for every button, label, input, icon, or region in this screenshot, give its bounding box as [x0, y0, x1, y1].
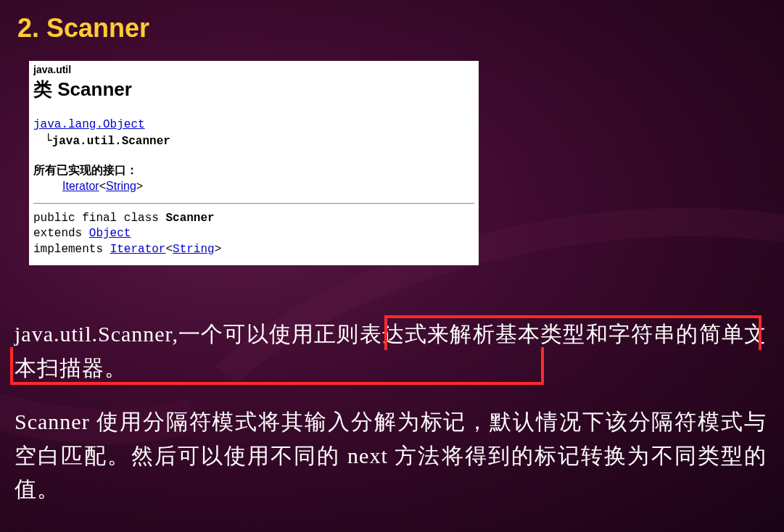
javadoc-class-heading: 类 Scanner [33, 77, 474, 102]
class-prefix: 类 [33, 78, 57, 100]
description-block: java.util.Scanner,一个可以使用正则表达式来解析基本类型和字符串… [15, 317, 767, 507]
decl-modifiers: public final class [33, 212, 165, 225]
hierarchy-child: java.util.Scanner [52, 135, 170, 148]
class-hierarchy: java.lang.Object java.util.Scanner [33, 117, 474, 150]
generic-gt: > [136, 180, 143, 192]
class-name: Scanner [57, 78, 132, 100]
decl-object-link[interactable]: Object [89, 227, 131, 240]
decl-extends-kw: extends [33, 227, 89, 240]
string-link[interactable]: String [106, 180, 136, 192]
class-declaration: public final class Scanner extends Objec… [33, 211, 474, 258]
iterator-link[interactable]: Iterator [62, 180, 99, 192]
hierarchy-root-link[interactable]: java.lang.Object [33, 118, 145, 131]
generic-lt: < [99, 180, 106, 192]
decl-implements-kw: implements [33, 243, 110, 256]
decl-classname: Scanner [165, 212, 214, 225]
slide-title: 2. Scanner [17, 13, 149, 43]
description-paragraph-1: java.util.Scanner,一个可以使用正则表达式来解析基本类型和字符串… [15, 317, 767, 385]
description-paragraph-2: Scanner 使用分隔符模式将其输入分解为标记，默认情况下该分隔符模式与空白匹… [15, 405, 767, 507]
javadoc-panel: java.util 类 Scanner java.lang.Object jav… [29, 61, 479, 265]
tree-corner-icon [45, 135, 52, 148]
interfaces-label: 所有已实现的接口： [33, 163, 474, 178]
decl-string-link[interactable]: String [173, 243, 215, 256]
implemented-interfaces: 所有已实现的接口： Iterator<String> [33, 163, 474, 193]
decl-gt: > [215, 243, 222, 256]
decl-iterator-link[interactable]: Iterator [110, 243, 166, 256]
javadoc-package: java.util [33, 64, 474, 75]
decl-lt: < [165, 243, 173, 256]
javadoc-divider [33, 203, 474, 204]
